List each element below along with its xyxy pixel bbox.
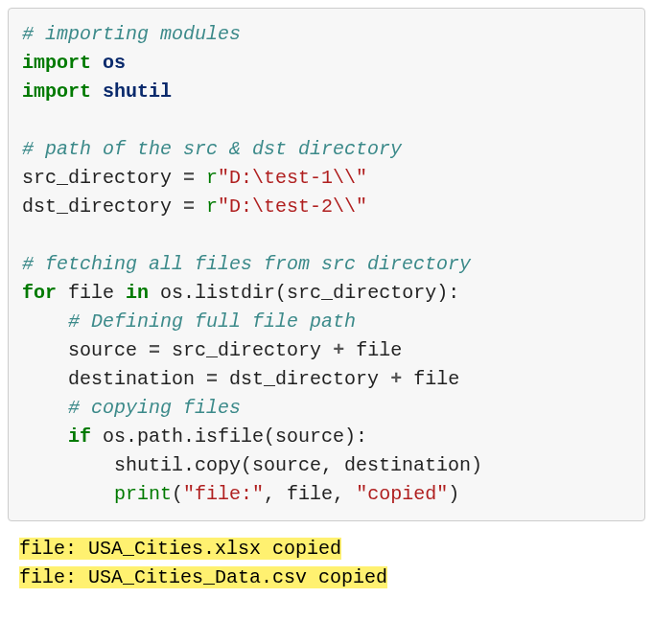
comment: # copying files: [68, 397, 241, 419]
module-shutil: shutil: [103, 80, 172, 103]
paren-open: (: [172, 483, 183, 505]
call-listdir: os.listdir(src_directory):: [160, 282, 459, 304]
operator-assign: =: [206, 368, 218, 390]
keyword-in: in: [126, 282, 149, 304]
comment: # importing modules: [22, 23, 241, 45]
var-file: file: [68, 282, 114, 304]
operator-assign: =: [149, 339, 160, 361]
string-copied: "copied": [356, 483, 448, 505]
string-dst: "D:\test-2\\": [218, 196, 367, 218]
comma: ,: [333, 483, 344, 505]
operator-assign: =: [183, 167, 195, 189]
keyword-if: if: [68, 426, 91, 448]
string-file-prefix: "file:": [183, 483, 264, 505]
module-os: os: [103, 52, 126, 74]
string-src: "D:\test-1\\": [218, 167, 367, 189]
comma: ,: [264, 483, 275, 505]
var-dst-directory: dst_directory: [22, 196, 172, 218]
var-destination: destination: [68, 368, 195, 390]
call-isfile: os.path.isfile(source):: [103, 426, 367, 448]
operator-assign: =: [183, 196, 195, 218]
code-block: # importing modules import os import shu…: [8, 8, 645, 521]
keyword-import: import: [22, 52, 91, 74]
var-dst-directory: dst_directory: [229, 368, 379, 390]
paren-close: ): [448, 483, 459, 505]
call-copy: shutil.copy(source, destination): [114, 454, 482, 476]
string-prefix: r: [206, 196, 218, 218]
var-file: file: [287, 483, 333, 505]
comment: # fetching all files from src directory: [22, 253, 471, 275]
keyword-for: for: [22, 282, 57, 304]
comment: # path of the src & dst directory: [22, 138, 402, 160]
keyword-import: import: [22, 80, 91, 103]
comment: # Defining full file path: [68, 310, 356, 333]
operator-plus: +: [390, 368, 402, 390]
var-src-directory: src_directory: [22, 167, 172, 189]
var-src-directory: src_directory: [172, 339, 321, 361]
output-line-2: file: USA_Cities_Data.csv copied: [19, 566, 387, 588]
var-file: file: [413, 368, 459, 390]
var-file: file: [356, 339, 402, 361]
builtin-print: print: [114, 483, 172, 505]
string-prefix: r: [206, 167, 218, 189]
output-block: file: USA_Cities.xlsx copied file: USA_C…: [8, 535, 645, 592]
operator-plus: +: [333, 339, 344, 361]
output-line-1: file: USA_Cities.xlsx copied: [19, 538, 341, 560]
var-source: source: [68, 339, 137, 361]
